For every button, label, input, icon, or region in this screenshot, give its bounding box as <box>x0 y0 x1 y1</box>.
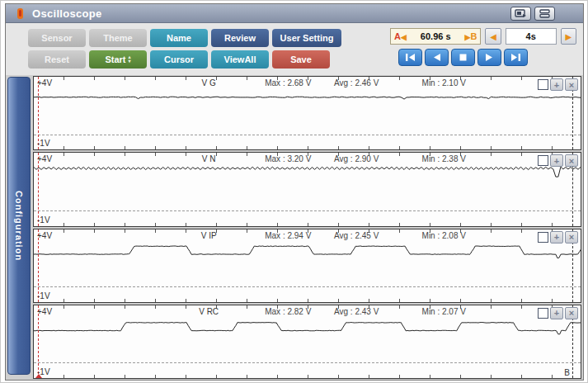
avg-value: Avg : 2.45 V <box>334 231 379 240</box>
min-value: Min : 2.07 V <box>422 307 466 316</box>
theme-button[interactable]: Theme <box>89 29 147 47</box>
start-spinner-icon: ▴▾ <box>129 55 131 64</box>
window-controls <box>510 7 555 21</box>
layout-window-button[interactable] <box>534 7 555 21</box>
stop-icon <box>459 54 467 61</box>
waveform-trace <box>34 305 581 378</box>
tick-marks-bottom <box>34 146 581 149</box>
channel-checkbox[interactable] <box>538 232 548 243</box>
channel-checkbox[interactable] <box>538 155 548 166</box>
stacked-bars-icon <box>539 9 550 18</box>
top-voltage-label: +4V <box>37 231 52 240</box>
rewind-icon <box>432 53 441 62</box>
window-title: Oscilloscope <box>32 7 102 20</box>
monitor-icon <box>515 9 527 18</box>
save-button[interactable]: Save <box>272 50 330 69</box>
avg-value: Avg : 2.46 V <box>334 78 379 87</box>
time-controls: A◀ 60.96 s ▶B ◀ 4s ▶ <box>390 28 576 66</box>
channel-checkbox[interactable] <box>538 308 548 319</box>
window-decrease-button[interactable]: ◀ <box>485 28 501 45</box>
ab-duration-value: 60.96 s <box>421 31 451 41</box>
user-setting-button[interactable]: User Setting <box>272 29 341 47</box>
marker-b-group: ▶B <box>465 31 477 41</box>
channel-name: V RC <box>199 307 219 316</box>
title-bar: Oscilloscope <box>6 4 583 23</box>
ab-duration-field[interactable]: A◀ 60.96 s ▶B <box>390 28 481 45</box>
channel-close-button[interactable]: × <box>565 154 578 167</box>
min-value: Min : 2.08 V <box>422 231 466 240</box>
zero-voltage-gridline <box>34 135 581 135</box>
channel-close-button[interactable]: × <box>565 78 578 91</box>
skip-start-icon <box>405 53 416 62</box>
rewind-button[interactable] <box>425 49 449 66</box>
marker-a-arrow-icon: ◀ <box>401 33 407 41</box>
start-button[interactable]: Start ▴▾ <box>89 50 147 69</box>
waveform-trace <box>34 77 581 149</box>
bottom-voltage-label: -1V <box>37 139 50 148</box>
marker-a-group: A◀ <box>394 31 407 41</box>
tick-marks-bottom <box>34 375 581 378</box>
play-button[interactable] <box>477 49 501 66</box>
capture-window-button[interactable] <box>510 7 531 21</box>
window-increase-button[interactable]: ▶ <box>561 28 576 45</box>
start-button-label: Start <box>105 54 125 64</box>
viewall-button[interactable]: ViewAll <box>211 50 269 69</box>
review-button[interactable]: Review <box>211 29 269 47</box>
max-value: Max : 3.20 V <box>265 154 311 163</box>
skip-end-icon <box>510 53 521 62</box>
channel-controls: + × <box>538 231 578 244</box>
channel-panels: +4V V G Max : 2.68 V Avg : 2.46 V Min : … <box>33 76 581 379</box>
tick-marks-bottom <box>34 223 581 226</box>
window-size-field[interactable]: 4s <box>506 28 557 45</box>
stop-button[interactable] <box>451 49 475 66</box>
screenshot-margin: Oscilloscope Sensor Theme Name R <box>0 0 588 383</box>
channel-close-button[interactable]: × <box>565 307 578 319</box>
channel-name: V N <box>202 154 216 163</box>
zero-voltage-gridline <box>34 210 581 211</box>
configuration-tab[interactable]: Configuration <box>7 77 31 375</box>
channel-expand-button[interactable]: + <box>550 307 563 319</box>
cursor-button[interactable]: Cursor <box>150 50 208 69</box>
zero-voltage-gridline <box>34 286 581 287</box>
scope-main-area: Configuration +4V V G Max : 2.68 V Avg :… <box>6 75 583 380</box>
channel-expand-button[interactable]: + <box>550 231 563 244</box>
zero-voltage-gridline <box>34 362 581 363</box>
channel-controls: + × <box>538 307 578 319</box>
bottom-voltage-label: -1V <box>37 367 50 376</box>
max-value: Max : 2.94 V <box>265 231 311 240</box>
channel-expand-button[interactable]: + <box>550 78 563 91</box>
avg-value: Avg : 2.43 V <box>334 307 379 316</box>
channel-panel-vip: +4V V IP Max : 2.94 V Avg : 2.45 V Min :… <box>33 229 581 303</box>
channel-close-button[interactable]: × <box>565 231 578 244</box>
channel-checkbox[interactable] <box>538 79 548 90</box>
bottom-voltage-label: -1V <box>37 215 50 225</box>
channel-panel-vg: +4V V G Max : 2.68 V Avg : 2.46 V Min : … <box>33 76 581 150</box>
sensor-button[interactable]: Sensor <box>28 29 86 47</box>
max-value: Max : 2.68 V <box>265 78 311 87</box>
time-range-row: A◀ 60.96 s ▶B ◀ 4s ▶ <box>390 28 576 45</box>
channel-name: V G <box>202 78 216 87</box>
min-value: Min : 2.38 V <box>422 154 466 163</box>
channel-expand-button[interactable]: + <box>550 154 563 167</box>
play-icon <box>485 53 494 62</box>
app-icon <box>16 7 25 20</box>
channel-controls: + × <box>538 154 578 167</box>
avg-value: Avg : 2.90 V <box>334 154 379 163</box>
reset-button[interactable]: Reset <box>28 50 86 69</box>
toolbar: Sensor Theme Name Review User Setting Re… <box>6 23 583 75</box>
skip-to-end-button[interactable] <box>504 49 528 66</box>
max-value: Max : 2.82 V <box>265 307 311 316</box>
waveform-trace <box>34 229 581 302</box>
app-window: Oscilloscope Sensor Theme Name R <box>5 3 584 381</box>
channel-panel-vn: +4V V N Max : 3.20 V Avg : 2.90 V Min : … <box>33 152 581 226</box>
transport-controls <box>398 49 576 66</box>
cursor-b-label: B <box>564 368 570 377</box>
channel-name: V IP <box>201 231 217 240</box>
bottom-voltage-label: -1V <box>37 291 50 300</box>
name-button[interactable]: Name <box>150 29 208 47</box>
skip-to-start-button[interactable] <box>398 49 422 66</box>
min-value: Min : 2.10 V <box>422 78 466 87</box>
top-voltage-label: +4V <box>37 78 52 87</box>
tick-marks-bottom <box>34 299 581 302</box>
channel-panel-vrc: +4V V RC Max : 2.82 V Avg : 2.43 V Min :… <box>33 305 581 379</box>
